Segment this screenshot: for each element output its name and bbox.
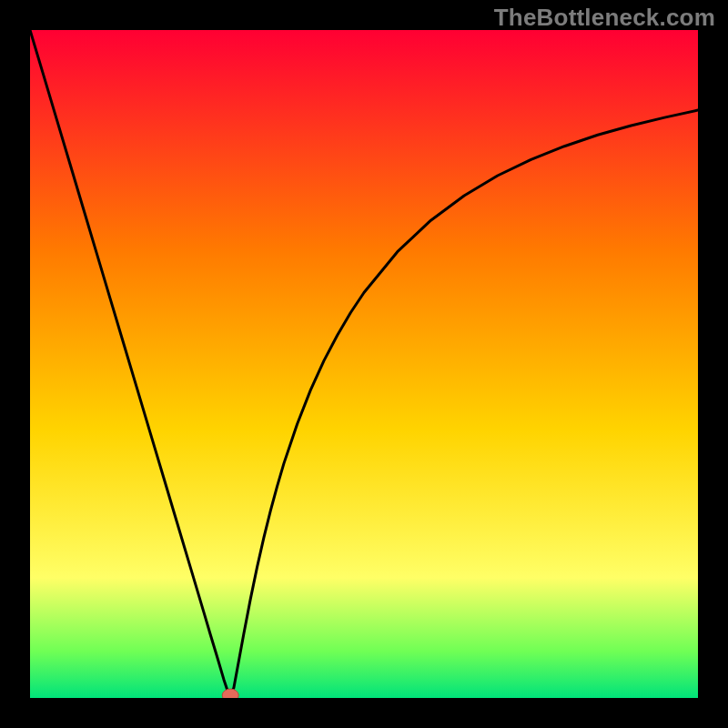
plot-svg xyxy=(30,30,698,698)
minimum-marker xyxy=(222,689,238,698)
watermark-text: TheBottleneck.com xyxy=(494,4,715,32)
plot-area xyxy=(30,30,698,698)
chart-frame: TheBottleneck.com xyxy=(0,0,728,728)
